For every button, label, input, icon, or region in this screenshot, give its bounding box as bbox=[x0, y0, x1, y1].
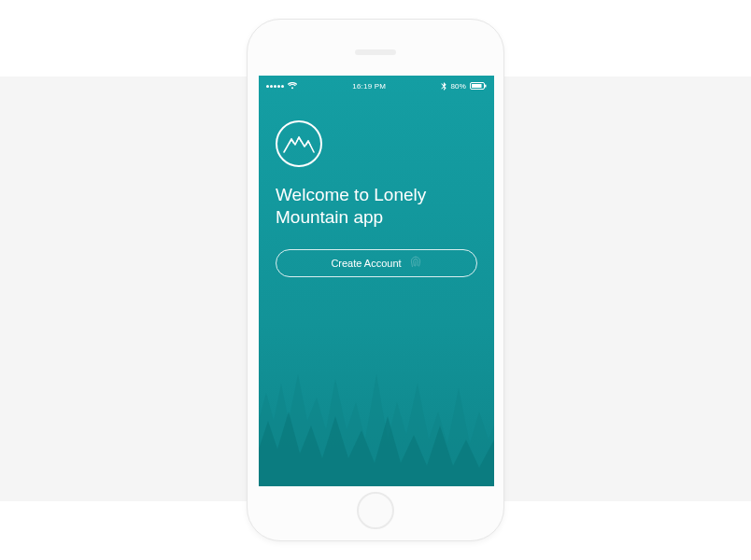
status-left bbox=[266, 82, 297, 90]
mountain-logo-icon bbox=[276, 120, 322, 167]
status-bar: 16:19 PM 80% bbox=[259, 76, 494, 91]
welcome-title: Welcome to Lonely Mountain app bbox=[276, 184, 477, 229]
status-time: 16:19 PM bbox=[352, 82, 386, 91]
forest-illustration bbox=[259, 309, 494, 486]
phone-home-button bbox=[357, 492, 394, 529]
create-account-label: Create Account bbox=[331, 258, 401, 269]
signal-dots-icon bbox=[266, 85, 284, 88]
app-screen: 16:19 PM 80% Welcome to Lonely Mountain … bbox=[259, 76, 494, 486]
battery-icon bbox=[470, 82, 487, 90]
status-right: 80% bbox=[441, 82, 487, 91]
svg-rect-1 bbox=[472, 84, 482, 88]
welcome-content: Welcome to Lonely Mountain app Create Ac… bbox=[259, 91, 494, 277]
phone-speaker bbox=[355, 49, 396, 55]
wifi-icon bbox=[288, 82, 297, 90]
bluetooth-icon bbox=[441, 82, 446, 91]
svg-rect-2 bbox=[485, 85, 487, 88]
battery-percent: 80% bbox=[450, 82, 466, 91]
fingerprint-icon bbox=[409, 256, 422, 271]
phone-frame: 16:19 PM 80% Welcome to Lonely Mountain … bbox=[247, 19, 504, 541]
create-account-button[interactable]: Create Account bbox=[276, 249, 477, 277]
